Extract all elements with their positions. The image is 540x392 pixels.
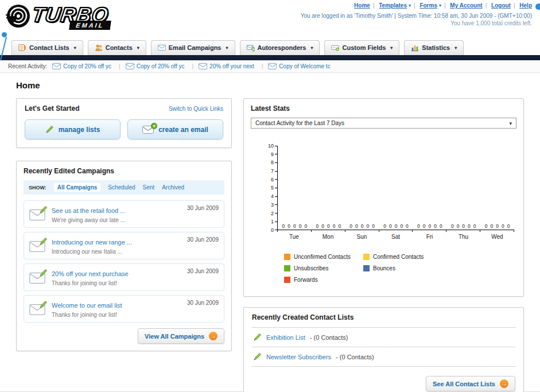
top-link-templates[interactable]: Templates (379, 2, 407, 9)
nav-tab-custom-fields[interactable]: Custom Fields ▾ (324, 40, 399, 55)
contact-list-items: Exhibition List - (0 Contacts) Newslette… (252, 327, 515, 367)
latest-stats-title: Latest Stats (251, 104, 516, 112)
campaign-subtitle: We're giving away our late ... (52, 217, 178, 223)
envelope-icon (126, 63, 134, 69)
chevron-down-icon: ▾ (409, 3, 411, 8)
manage-lists-button[interactable]: manage lists (25, 119, 121, 139)
contact-list-link[interactable]: Newsletter Subscribers (266, 354, 331, 360)
recent-activity-link: 20% off your next (209, 63, 254, 69)
contact-lists-title: Recently Created Contact Lists (252, 313, 515, 321)
campaign-date: 30 Jun 2009 (187, 205, 219, 211)
chart-day-group: 00000 (312, 146, 345, 230)
campaign-envelope-pencil-icon (29, 239, 46, 252)
main-nav: Contact Lists ▾ Contacts ▾ Email Campaig… (0, 38, 540, 55)
top-link-logout[interactable]: Logout (491, 2, 511, 9)
legend-item: Unconfirmed Contacts (284, 254, 363, 260)
recent-contact-lists-panel: Recently Created Contact Lists Exhibitio… (243, 307, 524, 392)
recent-activity-item[interactable]: Copy of Welcome tc (268, 63, 330, 69)
switch-quick-links-link[interactable]: Switch to Quick Links (169, 106, 223, 112)
contact-list-count: - (0 Contacts) (310, 334, 348, 341)
top-link-forms[interactable]: Forms (419, 2, 437, 9)
chevron-down-icon: ▾ (226, 45, 228, 51)
legend-item: Unsubscribes (284, 265, 363, 271)
recent-activity-link: Copy of 20% off yc (137, 63, 185, 69)
recent-activity-item[interactable]: Copy of 20% off yc (126, 63, 193, 69)
header: TURBO EMAIL Home Templates▾ Forms▾ My Ac… (0, 0, 540, 38)
nav-tab-label: Autoresponders (258, 44, 306, 51)
get-started-panel: Let's Get Started Switch to Quick Links … (16, 98, 232, 148)
chart-day-group: 00000 (446, 146, 480, 230)
top-link-help[interactable]: Help (519, 2, 532, 9)
nav-tab-statistics[interactable]: Statistics ▾ (404, 40, 464, 55)
envelope-icon (199, 63, 207, 69)
legend-swatch-icon (363, 265, 370, 271)
see-all-contact-lists-button[interactable]: See All Contact Lists → (426, 376, 515, 391)
recent-activity-bar: Recent Activity: Copy of 20% off yc Copy… (0, 60, 540, 73)
stats-period-select[interactable]: Contact Activity for the Last 7 Days ▾ (251, 118, 516, 129)
chart-day-group: 00000 (413, 146, 446, 230)
campaign-date: 30 Jun 2009 (187, 300, 219, 306)
create-email-button[interactable]: + create an email (127, 119, 223, 139)
chart-day-group: 00000 (278, 146, 312, 230)
chart-x-label: Sun (345, 234, 379, 240)
create-email-label: create an email (158, 126, 208, 134)
view-all-campaigns-label: View All Campaigns (145, 333, 204, 340)
view-all-campaigns-button[interactable]: View All Campaigns → (138, 328, 224, 344)
turbo-email-logo[interactable]: TURBO EMAIL (6, 3, 108, 29)
nav-tab-email-campaigns[interactable]: Email Campaigns ▾ (151, 40, 235, 55)
nav-tab-label: Statistics (422, 44, 450, 51)
chart-day-group: 00000 (379, 146, 413, 230)
campaign-title-link[interactable]: Welcome to our email list (52, 302, 122, 309)
chevron-down-icon: ▾ (454, 45, 457, 51)
nav-tab-label: Email Campaigns (169, 44, 222, 51)
campaign-title-link[interactable]: Introducing our new range ... (52, 239, 132, 246)
login-info: You are logged in as 'Timothy Smith' | S… (301, 13, 532, 19)
see-all-contact-lists-label: See All Contact Lists (433, 381, 495, 387)
pencil-icon (253, 333, 262, 341)
chart-legend: Unconfirmed ContactsConfirmed ContactsUn… (251, 254, 516, 288)
legend-item: Forwards (284, 277, 363, 283)
right-column: Latest Stats Contact Activity for the La… (243, 98, 524, 392)
arrow-right-icon: → (209, 332, 217, 340)
filter-sent[interactable]: Sent (143, 184, 155, 191)
chart-x-labels: TueMonSunSatFriThuWed (277, 234, 514, 240)
chevron-down-icon: ▾ (390, 45, 393, 51)
filter-scheduled[interactable]: Scheduled (108, 184, 135, 191)
top-link-my-account[interactable]: My Account (450, 2, 482, 9)
page-title: Home (16, 80, 524, 90)
campaign-envelope-pencil-icon (29, 208, 46, 220)
campaign-list-item: Introducing our new range ... Introducin… (24, 232, 224, 259)
nav-tab-contacts[interactable]: Contacts ▾ (88, 40, 146, 55)
campaign-title-link[interactable]: 20% off your next purchase (52, 270, 129, 277)
contact-list-link[interactable]: Exhibition List (266, 334, 305, 341)
top-links: Home Templates▾ Forms▾ My Account Logout… (301, 2, 532, 9)
recent-activity-link: Copy of 20% off yc (63, 63, 111, 69)
nav-tab-autoresponders[interactable]: Autoresponders ▾ (240, 40, 320, 55)
campaigns-filter-bar: SHOW: All Campaigns Scheduled Sent Archi… (24, 180, 224, 195)
legend-swatch-icon (284, 277, 290, 283)
contact-list-item: Newsletter Subscribers - (0 Contacts) (252, 347, 515, 367)
recent-campaigns-panel: Recently Edited Campaigns SHOW: All Camp… (16, 161, 232, 351)
nav-tab-contact-lists[interactable]: Contact Lists ▾ (11, 40, 83, 55)
campaign-date: 30 Jun 2009 (187, 268, 219, 274)
chart-day-group: 00000 (480, 146, 514, 230)
contact-lists-icon (18, 44, 26, 52)
campaign-list: See us at the retail food ... We're givi… (24, 200, 224, 323)
campaign-title-link[interactable]: See us at the retail food ... (52, 207, 125, 214)
filter-archived[interactable]: Archived (162, 184, 184, 191)
campaign-subtitle: Thanks for joining our list! (52, 312, 178, 318)
envelope-icon (52, 63, 61, 69)
chart-x-label: Thu (446, 234, 480, 240)
chevron-down-icon: ▾ (509, 121, 512, 126)
filter-all-campaigns[interactable]: All Campaigns (54, 183, 100, 192)
contact-list-item: Exhibition List - (0 Contacts) (252, 327, 515, 347)
recent-activity-item[interactable]: Copy of 20% off yc (52, 63, 120, 69)
recent-activity-item[interactable]: 20% off your next (199, 63, 263, 69)
top-link-home[interactable]: Home (354, 2, 370, 9)
chart-x-label: Fri (413, 234, 446, 240)
chart-x-label: Sat (379, 234, 413, 240)
email-campaigns-icon (158, 44, 166, 52)
contacts-icon (95, 44, 103, 52)
speedometer-icon (6, 3, 31, 29)
arrow-right-icon: → (500, 379, 508, 388)
